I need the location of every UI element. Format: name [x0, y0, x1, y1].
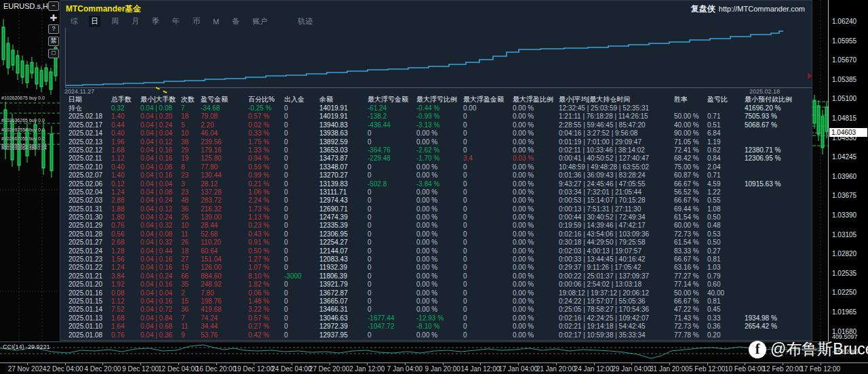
table-cell: 0.04 | 0.16 [140, 146, 181, 154]
tab-备[interactable]: 备 [230, 16, 241, 27]
table-row[interactable]: 2025.01.311.880.04 | 0.1236216.321.73 %0… [68, 205, 812, 213]
table-row[interactable]: 2025.01.213.840.04 | 0.2466884.608.10 %-… [68, 272, 812, 280]
table-cell: 0.04 | 0.24 [140, 272, 181, 280]
table-cell: 0 [284, 230, 319, 238]
window-button[interactable]: □ [48, 49, 59, 58]
tab-账户[interactable]: 账户 [250, 16, 269, 27]
table-cell: 1.68 [111, 146, 140, 154]
table-cell [745, 163, 810, 171]
table-row[interactable]: 2025.02.032.880.04 | 0.2448283.722.24 %0… [68, 196, 812, 205]
table-cell: 0 [463, 129, 513, 138]
table-cell: 0.00 % [416, 289, 463, 297]
table-cell: 0 [463, 180, 513, 188]
table-cell: 2025.02.13 [68, 138, 111, 146]
table-cell: 0:19:59 | 14:39:46 | 47:42:17 [559, 222, 674, 230]
table-row[interactable]: 2025.01.160.080.04 | 0.0427.800.06 %0136… [68, 289, 812, 297]
table-cell: 0.00 % [513, 297, 559, 306]
table-cell: 1.12 [111, 297, 140, 306]
table-row[interactable]: 2025.02.170.440.04 | 0.2452.200.02 %0139… [68, 121, 812, 129]
table-cell: 0 [463, 314, 513, 323]
table-row[interactable]: 2025.01.290.760.04 | 0.321028.440.23 %01… [68, 222, 812, 230]
table-row[interactable]: 2025.02.071.400.04 | 0.1623130.440.99 %0… [68, 171, 812, 180]
trade-order-label: #102692554 buy 0.0 [1, 127, 45, 132]
table-row[interactable]: 2025.02.060.120.04 | 0.04328.120.21 %013… [68, 180, 812, 188]
table-cell: 0.50 % [248, 247, 284, 255]
equity-end-date: 2025.02.18 [749, 88, 780, 95]
table-cell: 0:04:16 | 3:27:52 | 9:56:08 [559, 129, 674, 138]
table-row[interactable]: 2025.01.201.920.04 | 0.1635248.921.82 %0… [68, 280, 812, 289]
table-row[interactable]: 2025.02.181.400.04 | 0.201879.080.57 %01… [68, 112, 812, 121]
table-row[interactable]: 2025.01.301.800.04 | 0.2426139.001.13 %0… [68, 213, 812, 222]
table-cell: 0:00:53 | 15:14:07 | 70:15:28 [559, 196, 674, 205]
table-row[interactable]: 2025.01.101.640.04 | 0.681134.440.27 %01… [68, 323, 812, 331]
table-row[interactable]: 2025.01.231.560.04 | 0.1627151.041.27 %0… [68, 255, 812, 264]
tab-M[interactable]: M [211, 17, 221, 26]
table-cell: 12974.43 [319, 196, 368, 205]
table-row[interactable]: 2025.01.280.560.04 | 0.081152.680.43 %01… [68, 230, 812, 238]
table-cell: -61.24 [368, 104, 416, 112]
price-scale-label: 1.02535 [832, 270, 856, 277]
table-cell: 56.52 % [674, 188, 707, 196]
table-row[interactable]: 2025.01.221.240.04 | 0.1619126.001.07 %0… [68, 264, 812, 272]
table-row[interactable]: 2025.02.041.240.04 | 0.0823137.281.06 %0… [68, 188, 812, 196]
table-row[interactable]: 2025.01.241.280.04 | 0.441860.640.50 %01… [68, 247, 812, 255]
table-cell: 6.84 [707, 129, 745, 138]
table-row[interactable]: 2025.02.100.400.04 | 0.08877.800.59 %013… [68, 163, 812, 171]
tab-年[interactable]: 年 [170, 16, 182, 27]
table-cell: 11932.39 [319, 264, 368, 272]
table-cell: 0.00 % [416, 306, 463, 314]
table-cell: 0.27 % [248, 323, 284, 331]
tab-月[interactable]: 月 [130, 16, 141, 27]
table-row[interactable]: 2025.02.140.400.04 | 0.041046.040.33 %01… [68, 129, 812, 138]
table-cell: 0.03 % [513, 154, 559, 163]
table-cell: 0.00 % [513, 188, 559, 196]
table-cell: 0 [284, 129, 319, 138]
brand-name: 复盘侠 [691, 4, 715, 14]
price-scale-label: 1.04245 [832, 153, 856, 161]
table-cell: -1677.44 [368, 314, 416, 323]
tab-trail[interactable]: 轨迹 [296, 16, 315, 27]
table-cell: 0 [284, 289, 319, 297]
time-axis[interactable]: 27 Nov 20242 Dec 04:004 Dec 20:009 Dec 1… [0, 362, 868, 374]
table-row[interactable]: 2025.01.272.680.04 | 0.3226110.200.91 %0… [68, 238, 812, 247]
time-axis-tick [480, 363, 481, 365]
table-cell: 8 [181, 163, 201, 171]
trade-order-label: #102667055 buy 0.0 [1, 136, 45, 141]
table-cell: 0.00 % [416, 230, 463, 238]
time-axis-tick [556, 363, 557, 365]
table-cell: 0.55 [707, 196, 745, 205]
move-tool-icon[interactable]: ✚ [49, 14, 58, 22]
price-scale[interactable]: 1.062401.059551.056701.053851.051001.048… [829, 0, 868, 362]
table-cell: 0.71 [707, 171, 745, 180]
disable-button[interactable]: 禁 [48, 37, 59, 46]
table-row[interactable]: 持仓0.320.04 | 0.087-34.68-0.25 %014019.91… [68, 104, 812, 112]
help-button[interactable]: ? [48, 24, 59, 34]
tab-综[interactable]: 综 [68, 16, 80, 27]
table-row[interactable]: 2025.01.147.520.04 | 0.7236419.683.22 %0… [68, 306, 812, 314]
table-cell: 0.04 | 0.84 [140, 314, 181, 323]
table-cell: 2.88 [111, 196, 140, 205]
tab-周[interactable]: 周 [109, 16, 121, 27]
table-cell: 0 [368, 129, 416, 138]
table-cell: 0 [463, 163, 513, 171]
table-cell: 110.20 [201, 238, 248, 247]
tab-币[interactable]: 币 [191, 16, 202, 27]
table-cell: 0 [368, 138, 416, 146]
table-cell: 125.80 [201, 154, 248, 163]
table-cell: 38 [181, 138, 201, 146]
minimize-button[interactable]: − [48, 1, 59, 11]
table-row[interactable]: 2025.02.121.680.04 | 0.1629179.161.33 %0… [68, 146, 812, 154]
table-cell: 0:00:22 | 25:01:37 | 137:09:37 [559, 272, 674, 280]
tab-季[interactable]: 季 [150, 16, 161, 27]
table-row[interactable]: 2025.02.131.960.04 | 0.1238239.561.75 %0… [68, 138, 812, 146]
table-cell [745, 306, 810, 314]
table-row[interactable]: 2025.01.131.680.04 | 0.84774.240.57 %013… [68, 314, 812, 323]
column-header: 百分比% [248, 95, 284, 104]
table-cell: 12254.27 [319, 238, 368, 247]
table-cell: 0.04 | 0.16 [140, 297, 181, 306]
table-cell: 0.00 % [416, 280, 463, 289]
table-row[interactable]: 2025.02.111.120.04 | 0.1619125.800.94 %0… [68, 154, 812, 163]
tab-日[interactable]: 日 [89, 16, 100, 27]
table-row[interactable]: 2025.01.151.120.04 | 0.1615198.761.48 %0… [68, 297, 812, 306]
table-row[interactable]: 2025.01.080.760.04 | 0.36953.760.42 %012… [68, 331, 812, 339]
